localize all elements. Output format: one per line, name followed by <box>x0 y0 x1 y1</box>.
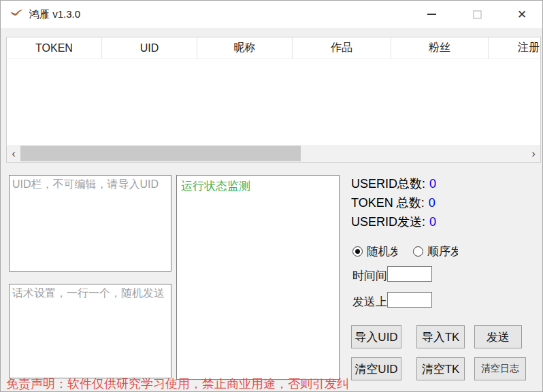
column-header-token[interactable]: TOKEN <box>7 37 102 59</box>
column-header-fans[interactable]: 粉丝 <box>391 37 489 59</box>
disclaimer-text: 免责声明：软件仅供研究学习使用，禁止商业用途，否则引发纠 <box>6 376 349 392</box>
time-interval-input[interactable] <box>387 266 432 282</box>
send-mode-options: 随机发 顺序发 <box>352 244 458 259</box>
radio-sequential-label: 顺序发 <box>427 244 458 259</box>
time-interval-label: 时间间 <box>352 268 387 284</box>
scroll-right-arrow-icon[interactable]: › <box>527 145 540 162</box>
maximize-icon <box>473 10 482 19</box>
run-status-title: 运行状态监测 <box>181 180 250 193</box>
window-title: 鸿雁 v1.3.0 <box>29 8 80 21</box>
horizontal-scrollbar[interactable]: ‹ › <box>7 145 540 162</box>
radio-random-label: 随机发 <box>367 244 397 259</box>
radio-unselected-icon <box>413 246 423 257</box>
uid-token-table: TOKEN UID 昵称 作品 粉丝 注册时间 ‹ › <box>6 37 541 163</box>
maximize-button[interactable] <box>455 1 500 28</box>
send-limit-input[interactable] <box>387 292 432 308</box>
clear-log-button[interactable]: 清空日志 <box>474 357 526 380</box>
token-total-row: TOKEN 总数: 0 <box>351 193 436 212</box>
radio-random[interactable]: 随机发 <box>352 244 397 259</box>
import-token-button[interactable]: 导入TK <box>416 325 465 348</box>
app-window: 鸿雁 v1.3.0 ✕ TOKEN UID 昵称 作品 粉丝 注册时间 ‹ › <box>0 0 543 392</box>
minimize-button[interactable] <box>409 1 455 28</box>
scroll-left-arrow-icon[interactable]: ‹ <box>7 145 20 162</box>
userid-total-label: USERID总数: <box>351 176 425 192</box>
import-uid-button[interactable]: 导入UID <box>351 325 401 348</box>
uid-list-textarea[interactable] <box>9 175 171 272</box>
userid-sent-value: 0 <box>429 215 436 229</box>
token-total-label: TOKEN 总数: <box>351 195 425 211</box>
titlebar: 鸿雁 v1.3.0 ✕ <box>1 1 542 28</box>
token-total-value: 0 <box>429 196 435 210</box>
app-logo-icon <box>9 7 24 22</box>
send-limit-label: 发送上 <box>352 294 387 310</box>
clear-token-button[interactable]: 清空TK <box>416 357 465 380</box>
scrollbar-thumb[interactable] <box>20 146 301 161</box>
userid-total-row: USERID总数: 0 <box>351 174 436 193</box>
send-button[interactable]: 发送 <box>474 325 522 348</box>
counters-panel: USERID总数: 0 TOKEN 总数: 0 USERID发送: 0 <box>351 174 436 231</box>
column-header-works[interactable]: 作品 <box>293 37 391 59</box>
table-body-empty <box>7 59 540 145</box>
column-header-uid[interactable]: UID <box>102 37 197 59</box>
table-header-row: TOKEN UID 昵称 作品 粉丝 注册时间 <box>7 37 540 59</box>
radio-selected-icon <box>352 246 363 257</box>
userid-total-value: 0 <box>429 177 436 191</box>
column-header-register-time[interactable]: 注册时间 <box>489 37 541 59</box>
userid-sent-row: USERID发送: 0 <box>351 212 436 231</box>
minimize-icon <box>427 14 436 15</box>
close-icon: ✕ <box>517 9 527 20</box>
column-header-nickname[interactable]: 昵称 <box>197 37 293 59</box>
userid-sent-label: USERID发送: <box>351 214 425 230</box>
close-button[interactable]: ✕ <box>500 1 543 28</box>
script-settings-textarea[interactable] <box>9 284 171 378</box>
radio-sequential[interactable]: 顺序发 <box>413 244 458 259</box>
clear-uid-button[interactable]: 清空UID <box>351 357 401 380</box>
run-status-log-box[interactable]: 运行状态监测 <box>176 175 340 380</box>
